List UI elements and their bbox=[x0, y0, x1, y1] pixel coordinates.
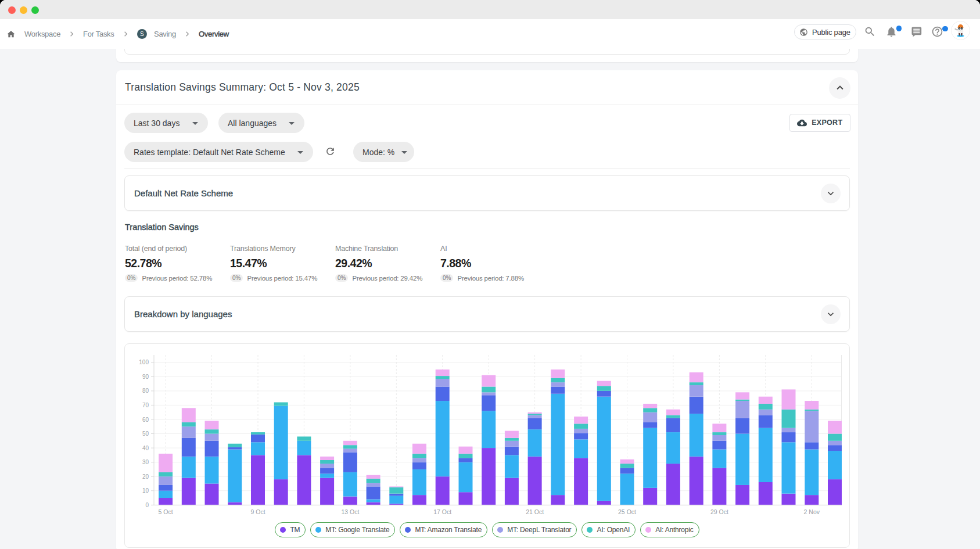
svg-text:17 Oct: 17 Oct bbox=[433, 508, 451, 515]
svg-text:5 Oct: 5 Oct bbox=[159, 508, 173, 515]
svg-text:70: 70 bbox=[142, 402, 149, 408]
svg-text:29 Oct: 29 Oct bbox=[710, 508, 728, 515]
svg-text:25 Oct: 25 Oct bbox=[618, 508, 636, 515]
svg-text:0: 0 bbox=[145, 502, 149, 508]
svg-text:50: 50 bbox=[142, 430, 149, 437]
svg-text:20: 20 bbox=[142, 473, 149, 480]
svg-text:90: 90 bbox=[142, 374, 149, 380]
svg-text:40: 40 bbox=[142, 445, 149, 451]
svg-text:60: 60 bbox=[142, 417, 149, 423]
svg-text:9 Oct: 9 Oct bbox=[250, 508, 265, 515]
svg-text:13 Oct: 13 Oct bbox=[341, 508, 359, 515]
svg-text:2 Nov: 2 Nov bbox=[804, 508, 820, 515]
svg-text:30: 30 bbox=[142, 459, 149, 465]
svg-text:100: 100 bbox=[139, 359, 149, 365]
svg-text:10: 10 bbox=[142, 487, 149, 494]
svg-text:80: 80 bbox=[142, 387, 149, 394]
svg-text:21 Oct: 21 Oct bbox=[526, 508, 544, 515]
